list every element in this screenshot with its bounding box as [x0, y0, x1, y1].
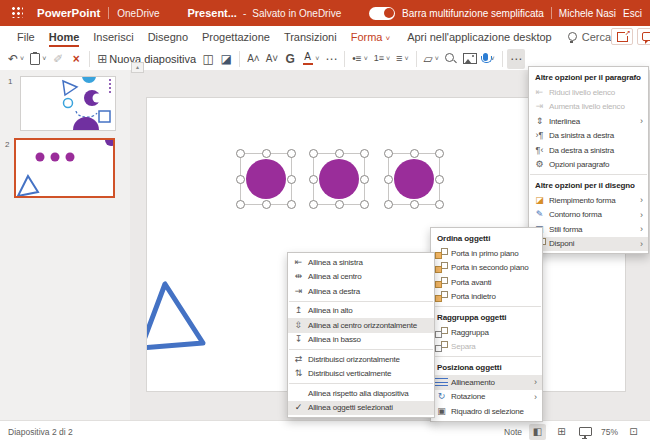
resize-handle[interactable]	[360, 149, 369, 158]
app-name[interactable]: PowerPoint	[37, 7, 100, 19]
menu-item-contorno-forma[interactable]: ✎Contorno forma›	[529, 208, 648, 223]
menu-item-distribuisci-orizzontalmente[interactable]: ⇄Distribuisci orizzontalmente	[288, 352, 434, 367]
share-button[interactable]	[611, 28, 633, 45]
paste-button[interactable]: ˅	[27, 49, 49, 69]
tab-home[interactable]: Home	[42, 29, 87, 45]
normal-view-button[interactable]: ◧	[529, 424, 546, 440]
search-box[interactable]: Cerca	[568, 31, 611, 43]
menu-item-riempimento-forma[interactable]: ◪Riempimento forma›	[529, 193, 648, 208]
tab-inserisci[interactable]: Inserisci	[86, 29, 140, 45]
menu-item-disponi[interactable]: Disponi›	[529, 237, 648, 252]
resize-handle[interactable]	[360, 200, 369, 209]
delete-button[interactable]: ×	[67, 49, 85, 69]
menu-item-da-sinistra-a-destra[interactable]: ›¶Da sinistra a destra	[529, 129, 648, 144]
new-slide-button[interactable]: ⊞Nuova diapositiva	[94, 49, 199, 69]
menu-item-opzioni-paragrafo[interactable]: ⚙Opzioni paragrafo	[529, 158, 648, 173]
selected-shape-2[interactable]	[313, 153, 365, 205]
menu-item-allineamento[interactable]: Allineamento›	[431, 375, 542, 390]
selected-shape-3[interactable]	[388, 153, 440, 205]
layout-button[interactable]: ◫	[199, 49, 217, 69]
resize-handle[interactable]	[410, 149, 419, 158]
menu-item-porta-indietro[interactable]: Porta indietro	[431, 290, 542, 305]
menu-item-allinea-al-centro[interactable]: ⇹Allinea al centro	[288, 270, 434, 285]
resize-handle[interactable]	[236, 149, 245, 158]
dictate-button[interactable]: ˅	[480, 49, 498, 69]
menu-item-porta-avanti[interactable]: Porta avanti	[431, 275, 542, 290]
resize-handle[interactable]	[262, 149, 271, 158]
resize-handle[interactable]	[309, 175, 318, 184]
menu-item-allinea-al-centro-orizzontalmente[interactable]: ⇳Allinea al centro orizzontalmente	[288, 318, 434, 333]
storage-label[interactable]: OneDrive	[117, 8, 159, 19]
menu-item-allinea-rispetto-alla-diapositiva[interactable]: Allinea rispetto alla diapositiva	[288, 386, 434, 401]
menu-item-allinea-a-sinistra[interactable]: ⇤Allinea a sinistra	[288, 255, 434, 270]
resize-handle[interactable]	[309, 200, 318, 209]
resize-handle[interactable]	[309, 149, 318, 158]
font-color-button[interactable]: ˅	[299, 49, 322, 69]
menu-item-raggruppa[interactable]: Raggruppa	[431, 325, 542, 340]
menu-item-stili-forma[interactable]: ◩Stili forma›	[529, 222, 648, 237]
purple-circle-shape[interactable]	[319, 159, 359, 199]
bullets-button[interactable]: •≡˅	[349, 49, 370, 69]
tab-progettazione[interactable]: Progettazione	[195, 29, 277, 45]
blue-triangle-shape[interactable]	[146, 278, 219, 362]
fit-slide-button[interactable]: ⊡	[625, 424, 642, 440]
purple-circle-shape[interactable]	[394, 159, 434, 199]
menu-item-allinea-in-alto[interactable]: ↥Allinea in alto	[288, 304, 434, 319]
menu-item-distribuisci-verticalmente[interactable]: ⇅Distribuisci verticalmente	[288, 367, 434, 382]
chevron-down-icon[interactable]: ˅	[435, 55, 439, 62]
simplified-ribbon-toggle[interactable]	[369, 7, 395, 20]
resize-handle[interactable]	[435, 175, 444, 184]
scrollbar-up-arrow[interactable]: ▴	[131, 62, 144, 73]
menu-item-interlinea[interactable]: ⇕Interlinea›	[529, 114, 648, 129]
selected-shape-1[interactable]	[240, 153, 292, 205]
tab-file[interactable]: File	[10, 29, 42, 45]
tab-forma[interactable]: Forma˅	[344, 29, 397, 45]
resize-handle[interactable]	[335, 200, 344, 209]
menu-item-riquadro-di-selezione[interactable]: ▣Riquadro di selezione	[431, 404, 542, 419]
chevron-down-icon[interactable]: ˅	[386, 55, 390, 62]
resize-handle[interactable]	[435, 200, 444, 209]
resize-handle[interactable]	[335, 149, 344, 158]
tab-transizioni[interactable]: Transizioni	[277, 29, 344, 45]
resize-handle[interactable]	[287, 175, 296, 184]
menu-item-da-destra-a-sinistra[interactable]: ¶‹Da destra a sinistra	[529, 143, 648, 158]
menu-item-rotazione[interactable]: ↻Rotazione›	[431, 390, 542, 405]
menu-item-porta-in-secondo-piano[interactable]: Porta in secondo piano	[431, 261, 542, 276]
slide-2-thumbnail-selected[interactable]	[14, 138, 115, 198]
sign-out-link[interactable]: Esci	[623, 8, 642, 19]
slide-1-thumbnail[interactable]	[20, 76, 116, 131]
font-size-decrease-button[interactable]: A˅	[263, 49, 282, 69]
slide-sorter-button[interactable]: ⊞	[553, 424, 570, 440]
font-size-increase-button[interactable]: A˄	[244, 49, 263, 69]
chevron-down-icon[interactable]: ˅	[315, 55, 319, 62]
chevron-down-icon[interactable]: ˅	[20, 55, 24, 62]
resize-handle[interactable]	[384, 200, 393, 209]
undo-button[interactable]: ↶˅	[5, 49, 27, 69]
shapes-button[interactable]: ▱˅	[421, 49, 442, 69]
chevron-down-icon[interactable]: ˅	[405, 55, 409, 62]
menu-item-allinea-a-destra[interactable]: ⇥Allinea a destra	[288, 284, 434, 299]
notes-toggle[interactable]: Note	[504, 427, 522, 437]
resize-handle[interactable]	[360, 175, 369, 184]
zoom-level[interactable]: 75%	[601, 427, 618, 437]
purple-circle-shape[interactable]	[246, 159, 286, 199]
resize-handle[interactable]	[410, 200, 419, 209]
find-button[interactable]	[442, 49, 460, 69]
resize-handle[interactable]	[435, 149, 444, 158]
user-name[interactable]: Michele Nasi	[559, 8, 616, 19]
comments-button[interactable]	[637, 28, 650, 45]
align-text-button[interactable]: ≡˅	[393, 49, 412, 69]
chevron-down-icon[interactable]: ˅	[364, 55, 368, 62]
document-title[interactable]: Present...	[187, 7, 237, 19]
open-in-desktop-link[interactable]: Apri nell'applicazione desktop	[407, 31, 552, 43]
bold-button[interactable]: G	[281, 49, 299, 69]
menu-item-allinea-oggetti-selezionati[interactable]: ✓Allinea oggetti selezionati	[288, 401, 434, 416]
slideshow-button[interactable]	[577, 424, 594, 440]
menu-item-allinea-in-basso[interactable]: ↧Allinea in basso	[288, 333, 434, 348]
resize-handle[interactable]	[384, 175, 393, 184]
resize-handle[interactable]	[236, 175, 245, 184]
resize-handle[interactable]	[236, 200, 245, 209]
resize-handle[interactable]	[287, 149, 296, 158]
tab-disegno[interactable]: Disegno	[141, 29, 195, 45]
resize-handle[interactable]	[287, 200, 296, 209]
